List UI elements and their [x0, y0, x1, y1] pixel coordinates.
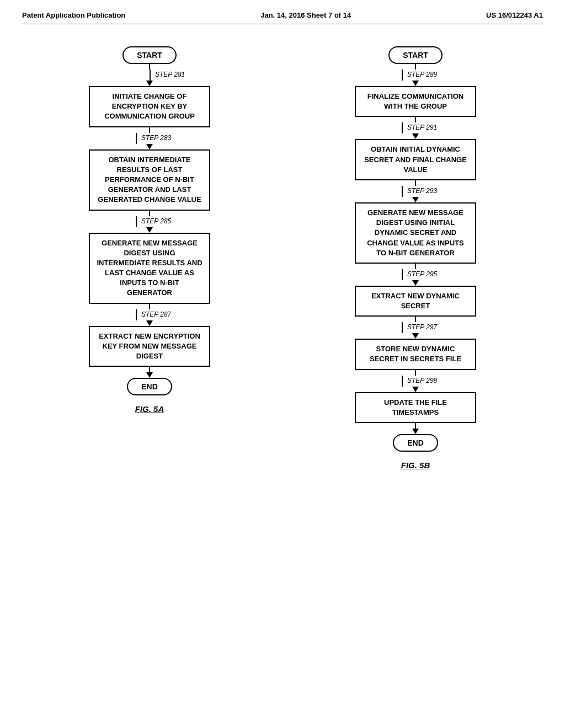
header-right: US 16/012243 A1	[486, 11, 543, 19]
step297-rect: STORE NEW DYNAMIC SECRET IN SECRETS FILE	[355, 339, 476, 370]
step295-rect: EXTRACT NEW DYNAMIC SECRET	[355, 286, 476, 317]
diagrams-container: START STEP 281 INITIATE CHANGE OF ENCRYP…	[22, 46, 543, 470]
fig5b-label: FIG. 5B	[401, 461, 430, 470]
step291-label: STEP 291	[407, 124, 437, 131]
header-center: Jan. 14, 2016 Sheet 7 of 14	[260, 11, 351, 19]
step287-rect: EXTRACT NEW ENCRYPTION KEY FROM NEW MESS…	[89, 326, 210, 367]
step281-rect: INITIATE CHANGE OF ENCRYPTION KEY BY COM…	[89, 86, 210, 127]
header-left: Patent Application Publication	[22, 11, 125, 19]
step299-rect: UPDATE THE FILE TIMESTAMPS	[355, 392, 476, 423]
step291-rect: OBTAIN INITIAL DYNAMIC SECRET AND FINAL …	[355, 139, 476, 180]
page-header: Patent Application Publication Jan. 14, …	[22, 11, 543, 24]
step283-rect: OBTAIN INTERMEDIATE RESULTS OF LAST PERF…	[89, 149, 210, 211]
end-oval-a: END	[127, 378, 172, 395]
step293-rect: GENERATE NEW MESSAGE DIGEST USING INITIA…	[355, 202, 476, 264]
end-oval-b: END	[393, 434, 438, 452]
step289-label: STEP 289	[407, 71, 437, 78]
step297-label: STEP 297	[407, 323, 437, 331]
step299-label: STEP 299	[407, 377, 437, 384]
step289-rect: FINALIZE COMMUNICATION WITH THE GROUP	[355, 86, 476, 117]
page: Patent Application Publication Jan. 14, …	[0, 0, 565, 728]
step295-label: STEP 295	[407, 270, 437, 278]
step283-label: STEP 283	[141, 134, 171, 142]
step287-label: STEP 287	[141, 311, 171, 318]
step285-rect: GENERATE NEW MESSAGE DIGEST USING INTERM…	[89, 233, 210, 304]
start-oval-b: START	[388, 46, 443, 64]
fig5a-label: FIG. 5A	[135, 404, 164, 414]
diagram-fig5b: START STEP 289 FINALIZE COMMUNICATION WI…	[311, 46, 520, 470]
step281-label: STEP 281	[155, 71, 185, 78]
step293-label: STEP 293	[407, 187, 437, 195]
start-oval-a: START	[122, 46, 177, 64]
step285-label: STEP 285	[141, 217, 171, 225]
diagram-fig5a: START STEP 281 INITIATE CHANGE OF ENCRYP…	[45, 46, 254, 414]
